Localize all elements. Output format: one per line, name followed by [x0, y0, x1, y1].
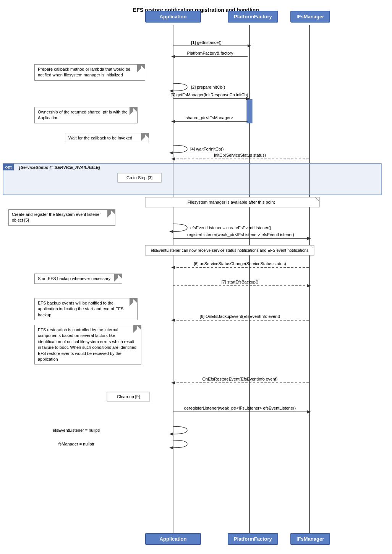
- msg-label-m17: deregisterListener(weak_ptr<IFsListener>…: [184, 406, 296, 410]
- note-fold-n4: [110, 210, 115, 214]
- note-efs-restoration: EFS restoration is controlled by the int…: [34, 325, 141, 364]
- svg-marker-8: [169, 89, 173, 92]
- opt-condition: [ServiceStatus != SERVICE_AVAILABLE]: [19, 165, 100, 170]
- note-backup-events: EFS backup events will be notified to th…: [34, 298, 138, 320]
- msg-label-m10: efsEventListener = createFsEventListener…: [190, 225, 271, 230]
- opt-label: opt: [5, 165, 11, 169]
- note-n2-text: Ownership of the returned shared_ptr is …: [38, 110, 128, 120]
- msg-label-m5: shared_ptr<IFsManager>: [186, 115, 233, 120]
- msg-label-m13: [6] onServiceStatusChange(ServiceStatus …: [194, 261, 286, 266]
- msg-note-m9: Filesystem manager is available after th…: [188, 200, 275, 204]
- goto-step3-label: Go to Step [3]: [126, 175, 152, 180]
- svg-marker-29: [307, 284, 311, 287]
- actor-application-top: Application: [145, 11, 201, 23]
- actor-ifs-bottom-label: IFsManager: [296, 536, 324, 542]
- msg-label-m15: [8] OnEfsBackupEvent(EfsEventInfo event): [200, 314, 280, 319]
- msg-label-m18: efsEventListener = nullptr: [53, 428, 100, 433]
- note-start-backup: Start EFS backup whenever necessary: [34, 274, 122, 284]
- note-wait-callback: Wait for the callback to be invoked: [65, 133, 149, 143]
- actor-platformfactory-top: PlatformFactory: [228, 11, 278, 23]
- actor-pf-bottom-label: PlatformFactory: [234, 536, 272, 542]
- note-fold-n2: [133, 107, 137, 112]
- msg-label-m6: [4] waitForInitCb(): [190, 147, 224, 151]
- svg-rect-3: [247, 99, 252, 123]
- msg-label-m14: [7] startEfsBackup(): [222, 280, 259, 284]
- diagram-container: EFS restore notification registration an…: [0, 0, 392, 554]
- note-ownership: Ownership of the returned shared_ptr is …: [34, 107, 138, 123]
- msg-label-pff: PlatformFactory& factory: [187, 51, 233, 55]
- actor-app-top-label: Application: [160, 14, 187, 19]
- msg-label-m4: [3] getFsManager(InitResponseCb initCb): [171, 92, 248, 97]
- actor-ifsmanager-bottom: IFsManager: [290, 533, 330, 545]
- actor-ifs-top-label: IFsManager: [296, 14, 324, 19]
- actor-application-bottom: Application: [145, 533, 201, 545]
- svg-marker-38: [169, 446, 173, 449]
- note-n4-text: Create and register the filesystem event…: [12, 212, 101, 222]
- svg-marker-21: [169, 230, 173, 233]
- note-n6-text: EFS backup events will be notified to th…: [38, 301, 123, 317]
- note-fold-n1: [140, 65, 145, 69]
- svg-marker-23: [307, 237, 311, 240]
- efs-event-note: efsEventListener can now receive service…: [151, 248, 308, 253]
- note-n1-text: Prepare callback method or lambda that w…: [38, 67, 130, 77]
- actor-platformfactory-bottom: PlatformFactory: [228, 533, 278, 545]
- actor-pf-top-label: PlatformFactory: [234, 14, 272, 19]
- note-fold-n6: [133, 298, 137, 303]
- msg-label-m19: fsManager = nullptr: [58, 442, 95, 446]
- svg-marker-36: [307, 410, 311, 413]
- msg-label-m7: initCb(ServiceStatus status): [214, 153, 266, 157]
- svg-marker-13: [169, 151, 173, 154]
- note-n3-text: Wait for the callback to be invoked: [68, 136, 132, 140]
- msg-label-m3: [2] prepareInitCb(): [191, 85, 225, 89]
- actor-app-bottom-label: Application: [160, 536, 187, 542]
- svg-marker-37: [169, 433, 173, 436]
- msg-label-m1: [1] getInstance(): [191, 40, 222, 45]
- note-fold-n7: [136, 325, 141, 330]
- note-n5-text: Start EFS backup whenever necessary: [38, 276, 110, 281]
- note-fold-n3: [144, 133, 149, 138]
- actor-ifsmanager-top: IFsManager: [290, 11, 330, 23]
- note-fold-n5: [117, 274, 122, 279]
- msg-label-m16: OnEfsRestoreEvent(EfsEventInfo event): [202, 377, 278, 381]
- note-n7-text: EFS restoration is controlled by the int…: [38, 327, 138, 361]
- note-create-register: Create and register the filesystem event…: [8, 209, 115, 226]
- note-prepare-callback: Prepare callback method or lambda that w…: [34, 64, 145, 81]
- msg-label-m11: registerListener(weak_ptr<IFsListener> e…: [187, 232, 294, 237]
- cleanup-label: Clean-up [9]: [117, 394, 140, 399]
